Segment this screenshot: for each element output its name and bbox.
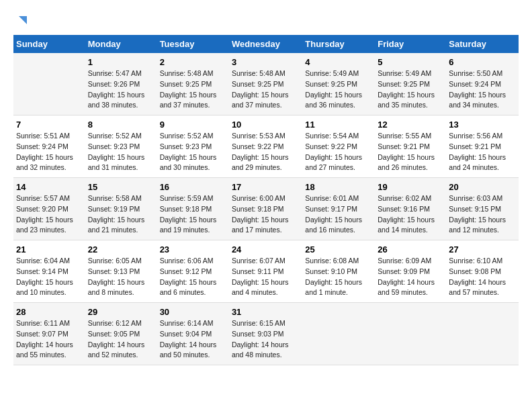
calendar-cell [446,303,519,365]
day-info: Sunrise: 6:02 AMSunset: 9:16 PMDaylight:… [378,193,443,236]
calendar-cell: 18Sunrise: 6:01 AMSunset: 9:17 PMDayligh… [302,178,375,240]
day-number: 8 [88,120,154,130]
calendar-cell: 9Sunrise: 5:52 AMSunset: 9:23 PMDaylight… [157,116,229,178]
day-number: 20 [449,182,516,192]
day-number: 31 [232,307,300,317]
day-number: 6 [449,57,516,67]
day-info: Sunrise: 5:50 AMSunset: 9:24 PMDaylight:… [449,68,516,111]
day-info: Sunrise: 5:53 AMSunset: 9:22 PMDaylight:… [232,131,300,173]
calendar-cell [375,303,446,365]
calendar-cell: 4Sunrise: 5:49 AMSunset: 9:25 PMDaylight… [302,53,375,116]
day-number: 21 [16,244,83,255]
day-number: 12 [378,120,443,130]
calendar-table: SundayMondayTuesdayWednesdayThursdayFrid… [13,35,519,365]
day-info: Sunrise: 6:04 AMSunset: 9:14 PMDaylight:… [16,256,83,298]
day-info: Sunrise: 6:06 AMSunset: 9:12 PMDaylight:… [160,256,226,298]
day-info: Sunrise: 5:56 AMSunset: 9:21 PMDaylight:… [449,131,516,173]
day-info: Sunrise: 6:08 AMSunset: 9:10 PMDaylight:… [305,256,372,298]
day-info: Sunrise: 5:59 AMSunset: 9:18 PMDaylight:… [160,193,226,236]
day-info: Sunrise: 6:15 AMSunset: 9:03 PMDaylight:… [232,318,300,361]
calendar-cell: 12Sunrise: 5:55 AMSunset: 9:21 PMDayligh… [375,116,446,178]
day-info: Sunrise: 5:58 AMSunset: 9:19 PMDaylight:… [88,193,154,236]
weekday-header-sunday: Sunday [13,35,85,53]
calendar-cell: 23Sunrise: 6:06 AMSunset: 9:12 PMDayligh… [157,240,229,303]
day-number: 14 [16,182,83,192]
calendar-cell: 26Sunrise: 6:09 AMSunset: 9:09 PMDayligh… [375,240,446,303]
calendar-cell: 27Sunrise: 6:10 AMSunset: 9:08 PMDayligh… [446,240,519,303]
weekday-header-wednesday: Wednesday [229,35,302,53]
weekday-header-monday: Monday [85,35,157,53]
calendar-cell: 13Sunrise: 5:56 AMSunset: 9:21 PMDayligh… [446,116,519,178]
page-header [13,13,519,28]
day-info: Sunrise: 5:55 AMSunset: 9:21 PMDaylight:… [378,131,443,173]
day-info: Sunrise: 5:57 AMSunset: 9:20 PMDaylight:… [16,193,83,236]
calendar-cell: 7Sunrise: 5:51 AMSunset: 9:24 PMDaylight… [13,116,85,178]
calendar-cell: 10Sunrise: 5:53 AMSunset: 9:22 PMDayligh… [229,116,302,178]
week-row-4: 21Sunrise: 6:04 AMSunset: 9:14 PMDayligh… [13,240,519,303]
calendar-cell: 11Sunrise: 5:54 AMSunset: 9:22 PMDayligh… [302,116,375,178]
logo-icon [15,13,30,28]
day-number: 23 [160,244,226,255]
calendar-cell: 3Sunrise: 5:48 AMSunset: 9:25 PMDaylight… [229,53,302,116]
day-number: 2 [160,57,226,67]
day-number: 17 [232,182,300,192]
calendar-cell: 14Sunrise: 5:57 AMSunset: 9:20 PMDayligh… [13,178,85,240]
day-info: Sunrise: 6:03 AMSunset: 9:15 PMDaylight:… [449,193,516,236]
day-info: Sunrise: 5:49 AMSunset: 9:25 PMDaylight:… [378,68,443,111]
day-number: 29 [88,307,154,317]
day-info: Sunrise: 6:11 AMSunset: 9:07 PMDaylight:… [16,318,83,361]
weekday-header-row: SundayMondayTuesdayWednesdayThursdayFrid… [13,35,519,53]
weekday-header-tuesday: Tuesday [157,35,229,53]
day-number: 4 [305,57,372,67]
day-number: 3 [232,57,300,67]
weekday-header-saturday: Saturday [446,35,519,53]
calendar-cell: 17Sunrise: 6:00 AMSunset: 9:18 PMDayligh… [229,178,302,240]
day-number: 28 [16,307,83,317]
day-number: 16 [160,182,226,192]
day-number: 10 [232,120,300,130]
calendar-cell: 6Sunrise: 5:50 AMSunset: 9:24 PMDaylight… [446,53,519,116]
day-info: Sunrise: 6:12 AMSunset: 9:05 PMDaylight:… [88,318,154,361]
day-info: Sunrise: 5:48 AMSunset: 9:25 PMDaylight:… [232,68,300,111]
calendar-cell: 1Sunrise: 5:47 AMSunset: 9:26 PMDaylight… [85,53,157,116]
day-info: Sunrise: 6:09 AMSunset: 9:09 PMDaylight:… [378,256,443,298]
calendar-cell: 22Sunrise: 6:05 AMSunset: 9:13 PMDayligh… [85,240,157,303]
calendar-cell: 5Sunrise: 5:49 AMSunset: 9:25 PMDaylight… [375,53,446,116]
day-info: Sunrise: 5:52 AMSunset: 9:23 PMDaylight:… [88,131,154,173]
day-info: Sunrise: 5:51 AMSunset: 9:24 PMDaylight:… [16,131,83,173]
calendar-cell [302,303,375,365]
svg-marker-0 [19,16,27,24]
day-info: Sunrise: 6:10 AMSunset: 9:08 PMDaylight:… [449,256,516,298]
calendar-cell: 19Sunrise: 6:02 AMSunset: 9:16 PMDayligh… [375,178,446,240]
day-info: Sunrise: 5:49 AMSunset: 9:25 PMDaylight:… [305,68,372,111]
day-number: 27 [449,244,516,255]
day-number: 9 [160,120,226,130]
day-info: Sunrise: 5:48 AMSunset: 9:25 PMDaylight:… [160,68,226,111]
day-info: Sunrise: 6:14 AMSunset: 9:04 PMDaylight:… [160,318,226,361]
day-info: Sunrise: 6:05 AMSunset: 9:13 PMDaylight:… [88,256,154,298]
day-number: 15 [88,182,154,192]
week-row-3: 14Sunrise: 5:57 AMSunset: 9:20 PMDayligh… [13,178,519,240]
calendar-cell: 25Sunrise: 6:08 AMSunset: 9:10 PMDayligh… [302,240,375,303]
day-info: Sunrise: 6:00 AMSunset: 9:18 PMDaylight:… [232,193,300,236]
calendar-cell: 21Sunrise: 6:04 AMSunset: 9:14 PMDayligh… [13,240,85,303]
day-number: 7 [16,120,83,130]
week-row-2: 7Sunrise: 5:51 AMSunset: 9:24 PMDaylight… [13,116,519,178]
day-info: Sunrise: 5:52 AMSunset: 9:23 PMDaylight:… [160,131,226,173]
calendar-cell: 30Sunrise: 6:14 AMSunset: 9:04 PMDayligh… [157,303,229,365]
calendar-cell: 20Sunrise: 6:03 AMSunset: 9:15 PMDayligh… [446,178,519,240]
week-row-1: 1Sunrise: 5:47 AMSunset: 9:26 PMDaylight… [13,53,519,116]
logo [13,13,30,28]
week-row-5: 28Sunrise: 6:11 AMSunset: 9:07 PMDayligh… [13,303,519,365]
calendar-cell: 2Sunrise: 5:48 AMSunset: 9:25 PMDaylight… [157,53,229,116]
calendar-cell: 16Sunrise: 5:59 AMSunset: 9:18 PMDayligh… [157,178,229,240]
day-number: 18 [305,182,372,192]
day-number: 22 [88,244,154,255]
day-number: 30 [160,307,226,317]
day-number: 1 [88,57,154,67]
day-number: 11 [305,120,372,130]
day-number: 25 [305,244,372,255]
day-number: 19 [378,182,443,192]
day-number: 5 [378,57,443,67]
day-info: Sunrise: 6:01 AMSunset: 9:17 PMDaylight:… [305,193,372,236]
